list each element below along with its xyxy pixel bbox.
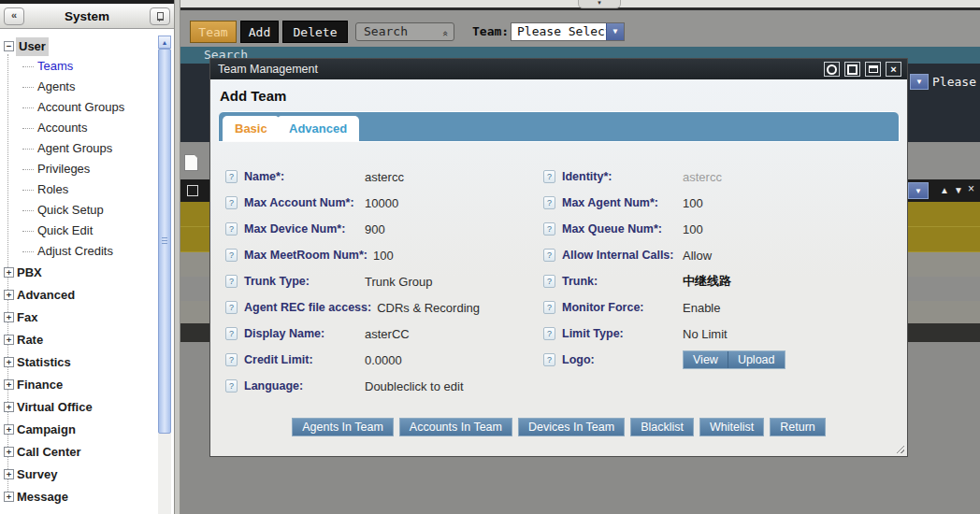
help-icon[interactable]: ? [225,301,238,314]
sidebar-section-virtual-office[interactable]: +Virtual Office [0,396,155,419]
sidebar-item-quick-edit[interactable]: Quick Edit [0,221,155,241]
team-select[interactable]: Please Select ▼ [511,22,625,41]
sidebar-section-rate[interactable]: +Rate [0,329,155,351]
field-value[interactable]: 100 [683,196,703,210]
help-icon[interactable]: ? [225,170,238,183]
expand-node-icon[interactable]: + [4,335,14,345]
help-icon[interactable]: ? [225,222,238,236]
field-value[interactable]: 中继线路 [683,273,731,290]
view-button[interactable]: View [684,351,728,368]
sidebar-item-agents[interactable]: Agents [0,77,155,97]
sidebar-item-roles[interactable]: Roles [0,179,155,200]
field-value[interactable]: 100 [373,249,394,263]
expand-node-icon[interactable]: + [4,312,14,322]
help-icon[interactable]: ? [543,301,555,314]
blacklist-button[interactable]: Blacklist [630,418,694,436]
help-icon[interactable]: ? [543,327,555,340]
field-value[interactable]: Allow [683,249,712,263]
help-icon[interactable]: ? [543,196,555,209]
sidebar-item-adjust-credits[interactable]: Adjust Credits [0,241,155,262]
field-value[interactable]: Enable [683,301,720,315]
refresh-button[interactable] [824,62,840,77]
sidebar-collapse-button[interactable]: « [4,7,24,25]
field-value[interactable]: 100 [683,222,703,236]
search-collapse-icon[interactable]: « [438,31,454,37]
document-icon[interactable] [184,154,198,171]
collapse-node-icon[interactable]: − [4,41,14,51]
panel-close-icon[interactable]: × [968,184,974,193]
field-value[interactable]: Trunk Group [365,275,433,289]
select-all-checkbox[interactable] [187,185,198,196]
sidebar-section-finance[interactable]: +Finance [0,374,155,396]
field-value[interactable]: 900 [365,222,385,236]
help-icon[interactable]: ? [543,249,555,262]
help-icon[interactable]: ? [543,353,555,366]
close-button[interactable]: × [886,62,901,77]
maximize-button[interactable] [844,62,860,77]
select-arrow-icon[interactable]: ▼ [606,23,624,40]
scrollbar-thumb[interactable] [158,49,171,434]
help-icon[interactable]: ? [225,353,238,366]
help-icon[interactable]: ? [543,275,555,288]
sidebar-item-accounts[interactable]: Accounts [0,118,155,138]
pin-button[interactable] [150,7,170,25]
sidebar-item-user[interactable]: − User [0,37,155,56]
resize-grip-icon[interactable] [895,444,904,453]
sidebar-section-survey[interactable]: +Survey [0,464,155,486]
help-icon[interactable]: ? [225,275,238,288]
header-select-arrow-icon[interactable]: ▼ [908,182,929,199]
sidebar-item-quick-setup[interactable]: Quick Setup [0,200,155,221]
field-value[interactable]: No Limit [683,327,728,341]
upload-button[interactable]: Upload [728,351,785,368]
delete-button[interactable]: Delete [282,21,348,43]
help-icon[interactable]: ? [543,222,555,236]
sidebar-item-account-groups[interactable]: Account Groups [0,97,155,118]
field-value[interactable]: 10000 [365,196,398,210]
bg-select-value[interactable]: Please Select [932,74,980,90]
scroll-up-icon[interactable]: ▲ [158,36,171,49]
field-value[interactable]: Doubleclick to edit [365,379,464,393]
sort-up-icon[interactable]: ▲ [940,186,949,195]
expand-node-icon[interactable]: + [4,447,14,457]
field-value[interactable]: asterCC [365,327,410,341]
field-value[interactable]: astercc [365,170,404,184]
expand-node-icon[interactable]: + [4,357,14,367]
accounts-in-team-button[interactable]: Accounts In Team [399,418,512,436]
tab-basic[interactable]: Basic [223,116,280,141]
sidebar-item-agent-groups[interactable]: Agent Groups [0,138,155,159]
field-value[interactable]: astercc [683,170,722,184]
agents-in-team-button[interactable]: Agents In Team [292,418,394,436]
tab-advanced[interactable]: Advanced [277,116,359,141]
expand-node-icon[interactable]: + [4,379,14,390]
search-input[interactable]: Search « [355,22,454,41]
expand-node-icon[interactable]: + [4,492,14,502]
panel-collapse-tab[interactable]: ▼ [578,0,621,8]
team-tab-button[interactable]: Team [190,21,237,43]
sidebar-item-privileges[interactable]: Privileges [0,159,155,179]
whitelist-button[interactable]: Whitelist [699,418,764,436]
sidebar-section-campaign[interactable]: +Campaign [0,419,155,441]
field-value[interactable]: 0.0000 [365,353,402,367]
help-icon[interactable]: ? [543,170,555,183]
add-button[interactable]: Add [240,21,279,43]
sidebar-splitter[interactable] [174,0,180,514]
devices-in-team-button[interactable]: Devices In Team [518,418,625,436]
expand-node-icon[interactable]: + [4,469,14,479]
expand-node-icon[interactable]: + [4,424,14,435]
sort-down-icon[interactable]: ▼ [954,186,963,195]
sidebar-section-statistics[interactable]: +Statistics [0,351,155,374]
expand-node-icon[interactable]: + [4,267,14,278]
sidebar-section-message[interactable]: +Message [0,486,155,508]
minimize-button[interactable] [865,62,881,77]
help-icon[interactable]: ? [225,327,238,340]
expand-node-icon[interactable]: + [4,290,14,300]
dialog-titlebar[interactable]: Team Management [210,59,907,79]
sidebar-item-teams[interactable]: Teams [0,56,155,77]
bg-select-arrow-icon[interactable]: ▼ [910,74,929,90]
expand-node-icon[interactable]: + [4,402,14,412]
sidebar-section-advanced[interactable]: +Advanced [0,284,155,307]
field-value[interactable]: CDRs & Recording [377,301,480,315]
help-icon[interactable]: ? [225,379,238,393]
return-button[interactable]: Return [770,418,826,436]
help-icon[interactable]: ? [225,196,238,209]
